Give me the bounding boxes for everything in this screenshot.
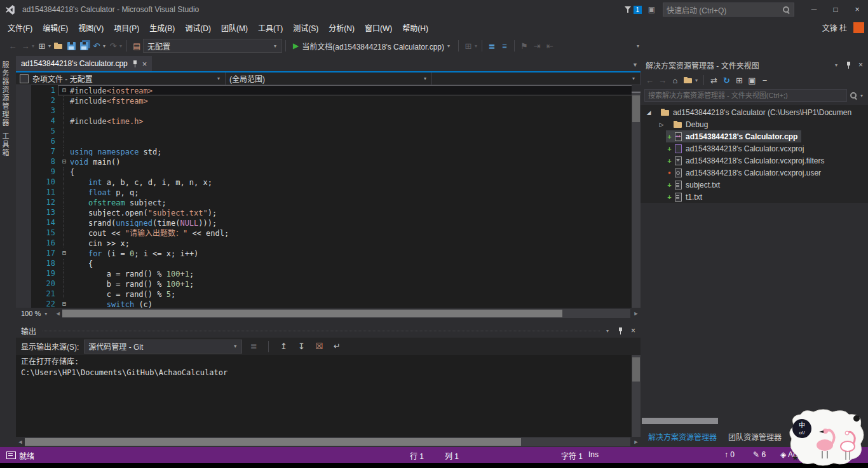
menu-item[interactable]: 项目(P) <box>109 20 144 36</box>
se-switch-views-caret-icon[interactable]: ▾ <box>695 78 698 83</box>
next-message-icon[interactable]: ↧ <box>295 340 307 354</box>
hscroll-left-arrow-icon[interactable]: ◄ <box>53 310 62 317</box>
se-switch-views-icon[interactable] <box>682 74 693 86</box>
code-line-5[interactable]: 5 <box>16 126 641 136</box>
output-hscroll-thumb[interactable] <box>25 438 521 446</box>
output-hscroll-left-icon[interactable]: ◄ <box>16 439 25 445</box>
se-window-menu-icon[interactable]: ▾ <box>835 62 837 68</box>
navigate-forward-caret-icon[interactable]: ▾ <box>32 43 34 49</box>
output-close-icon[interactable]: × <box>631 326 635 335</box>
menu-item[interactable]: 调试(D) <box>180 20 216 36</box>
zoom-combo[interactable]: 100 % ▾ <box>16 310 53 317</box>
notification-badge[interactable]: 1 <box>634 6 642 14</box>
se-home-icon[interactable]: ⌂ <box>670 74 681 86</box>
nav-project-combo[interactable]: 杂项文件 - 无配置 ▾ <box>16 72 226 85</box>
code-line-12[interactable]: 12 ofstream subject; <box>16 197 641 207</box>
tree-item[interactable]: +ad1543844218's Calculator.vcxproj.filte… <box>641 155 868 167</box>
navigate-list-button[interactable]: ≡ <box>499 39 510 53</box>
redo-button[interactable]: ↷ <box>107 39 119 53</box>
fold-margin[interactable]: ⊟ <box>58 299 70 308</box>
new-file-button[interactable]: ⊞ <box>36 39 48 53</box>
code-line-10[interactable]: 10 int a, b, c, d, i, m, n, x; <box>16 177 641 187</box>
menu-item[interactable]: 文件(F) <box>3 20 37 36</box>
se-show-all-files-icon[interactable]: ⊞ <box>734 74 745 86</box>
code-editor[interactable]: 1⊟#include<iostream>2#include<fstream>34… <box>16 85 641 308</box>
fold-margin[interactable]: ⊟ <box>58 249 70 258</box>
code-line-1[interactable]: 1⊟#include<iostream> <box>16 85 641 95</box>
indent-button[interactable]: ⇥ <box>531 39 543 53</box>
tree-item[interactable]: ◢ad1543844218's Calculator (C:\Users\HP1… <box>641 106 868 118</box>
code-line-18[interactable]: 18 { <box>16 258 641 268</box>
server-explorer-tab[interactable]: 服务器资源管理器 <box>0 61 16 127</box>
tab-list-chevron-icon[interactable]: ▼ <box>632 62 638 68</box>
output-vertical-scrollbar[interactable] <box>632 355 641 437</box>
minimize-button[interactable]: ─ <box>803 0 825 19</box>
se-refresh-icon[interactable]: ↻ <box>721 74 732 86</box>
se-hscroll-thumb[interactable] <box>642 418 718 424</box>
code-line-4[interactable]: 4#include<time.h> <box>16 116 641 126</box>
tree-expander-icon[interactable]: ◢ <box>644 109 653 116</box>
output-source-combo[interactable]: 源代码管理 - Git ▾ <box>84 340 242 354</box>
tree-item[interactable]: +ad1543844218's Calculator.vcxproj <box>641 142 868 155</box>
menu-item[interactable]: 帮助(H) <box>397 20 433 36</box>
notifications-icon[interactable] <box>625 6 632 13</box>
output-vscroll-thumb[interactable] <box>632 357 640 382</box>
code-line-14[interactable]: 14 srand(unsigned(time(NULL))); <box>16 217 641 228</box>
previous-message-icon[interactable]: ↥ <box>278 340 289 354</box>
solution-search-input[interactable] <box>644 89 847 102</box>
code-line-17[interactable]: 17⊟ for (i = 0; i <= x; i++) <box>16 248 641 258</box>
feedback-icon[interactable]: ▣ <box>648 5 655 14</box>
hscroll-right-arrow-icon[interactable]: ► <box>632 310 641 317</box>
fold-margin[interactable]: ⊟ <box>58 157 70 166</box>
code-line-7[interactable]: 7using namespace std; <box>16 146 641 156</box>
output-hscroll-right-icon[interactable]: ► <box>632 439 641 445</box>
code-line-2[interactable]: 2#include<fstream> <box>16 95 641 106</box>
bookmark-button[interactable]: ⚑ <box>519 39 530 53</box>
quick-launch-input[interactable]: 快速启动 (Ctrl+Q) <box>663 3 794 17</box>
outdent-button[interactable]: ⇤ <box>544 39 555 53</box>
tree-item[interactable]: ●ad1543844218's Calculator.vcxproj.user <box>641 167 868 179</box>
user-avatar[interactable] <box>853 22 864 33</box>
document-tab[interactable]: ad1543844218's Calculator.cpp × <box>16 56 152 71</box>
find-in-files-button[interactable]: ≣ <box>486 39 498 53</box>
user-name[interactable]: 文锋 杜 <box>822 22 847 33</box>
editor-horizontal-scrollbar[interactable] <box>62 309 630 318</box>
code-line-20[interactable]: 20 b = rand() % 100+1; <box>16 279 641 289</box>
code-line-16[interactable]: 16 cin >> x; <box>16 238 641 248</box>
code-line-21[interactable]: 21 c = rand() % 5; <box>16 289 641 299</box>
tab-solution-explorer[interactable]: 解决方案资源管理器 <box>643 428 722 445</box>
se-back-icon[interactable]: ← <box>644 74 655 86</box>
open-folder-button[interactable] <box>53 39 64 53</box>
solution-explorer-header[interactable]: 解决方案资源管理器 - 文件夹视图 ▾ × <box>641 58 868 72</box>
editor-split-handle[interactable] <box>632 85 641 93</box>
se-forward-icon[interactable]: → <box>657 74 668 86</box>
menu-item[interactable]: 视图(V) <box>73 20 109 36</box>
undo-caret-icon[interactable]: ▾ <box>103 43 105 49</box>
se-sync-icon[interactable]: ⇄ <box>709 74 719 86</box>
solution-configurations-combo[interactable]: 无配置 ▾ <box>143 39 282 53</box>
output-header[interactable]: 输出 ▾ × <box>16 324 641 338</box>
menu-item[interactable]: 团队(M) <box>216 20 253 36</box>
desktop-pet-sticker[interactable]: 中 o!/ ★ <box>785 407 868 468</box>
menu-item[interactable]: 窗口(W) <box>360 20 397 36</box>
tree-expander-icon[interactable]: ▷ <box>657 121 666 128</box>
pending-edits[interactable]: ✎ 6 <box>753 450 766 459</box>
redo-caret-icon[interactable]: ▾ <box>119 43 122 49</box>
maximize-button[interactable]: □ <box>825 0 846 19</box>
code-line-9[interactable]: 9{ <box>16 167 641 177</box>
output-horizontal-scrollbar[interactable] <box>25 437 630 446</box>
output-window-menu-icon[interactable]: ▾ <box>606 328 609 334</box>
code-line-11[interactable]: 11 float p, q; <box>16 187 641 197</box>
tree-item[interactable]: ▷Debug <box>641 118 868 130</box>
se-properties-icon[interactable]: ▣ <box>747 74 757 86</box>
tab-close-icon[interactable]: × <box>142 59 147 69</box>
code-line-13[interactable]: 13 subject.open("subject.txt"); <box>16 207 641 217</box>
save-all-button[interactable] <box>78 39 90 53</box>
menu-item[interactable]: 工具(T) <box>253 20 288 36</box>
toolbox-tab[interactable]: 工具箱 <box>0 132 16 157</box>
navigate-backward-button[interactable]: ← <box>7 39 18 53</box>
word-wrap-icon[interactable]: ↵ <box>331 340 342 354</box>
menu-item[interactable]: 测试(S) <box>288 20 323 36</box>
editor-vertical-scrollbar[interactable] <box>632 85 641 308</box>
debug-target-caret-icon[interactable]: ▾ <box>475 43 477 49</box>
